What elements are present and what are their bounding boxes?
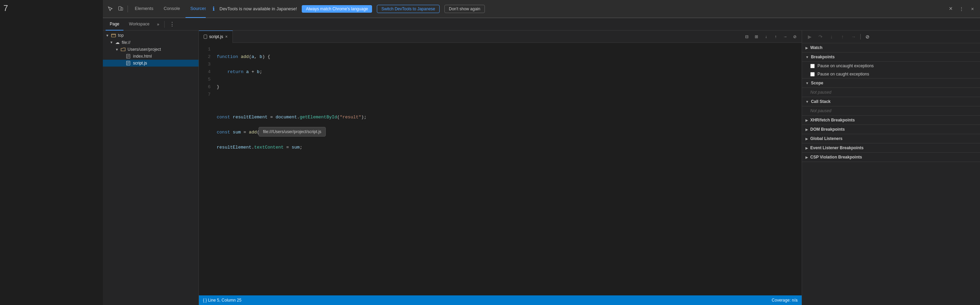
code-line-1: function add(a, b) { — [217, 53, 797, 61]
file-tree: ▼ top ▼ ☁ file:// — [103, 30, 199, 305]
breakpoints-section-header[interactable]: ▼ Breakpoints — [802, 53, 980, 62]
status-bar: { } Line 5, Column 25 Coverage: n/a — [199, 295, 802, 305]
sources-overflow-button[interactable]: ⋮ — [167, 20, 177, 28]
editor-tab-script-js[interactable]: script.js × — [199, 30, 233, 43]
file-path-tooltip: file:///Users/user/project/script.js — [259, 127, 326, 137]
sources-toolbar: Page Workspace » ⋮ — [103, 18, 980, 30]
tree-item-index-html[interactable]: index.html — [103, 53, 199, 60]
editor-step-out-button[interactable]: ↑ — [772, 33, 780, 41]
notification-message: DevTools is now available in Japanese! — [220, 6, 297, 11]
event-listener-breakpoints-title: Event Listener Breakpoints — [810, 145, 864, 150]
page-number: 7 — [3, 3, 8, 13]
tree-item-script-js[interactable]: script.js — [103, 60, 199, 67]
csp-arrow: ▶ — [805, 155, 808, 159]
editor-disable-breakpoints-button[interactable]: ⊘ — [791, 33, 799, 41]
tree-item-project-folder[interactable]: ▼ Users/user/project — [103, 46, 199, 53]
scope-section-header[interactable]: ▼ Scope — [802, 78, 980, 88]
close-devtools-button[interactable]: × — [968, 4, 977, 14]
sources-tab-workspace[interactable]: Workspace — [125, 18, 154, 30]
scope-section-title: Scope — [811, 81, 823, 85]
scope-section-arrow: ▼ — [805, 81, 809, 85]
pause-caught-checkbox[interactable] — [810, 72, 815, 77]
global-arrow: ▶ — [805, 137, 808, 141]
call-stack-section-header[interactable]: ▼ Call Stack — [802, 97, 980, 106]
pause-caught-label: Pause on caught exceptions — [818, 72, 869, 77]
tree-label-index-html: index.html — [133, 54, 152, 59]
scope-not-paused: Not paused — [802, 88, 980, 97]
code-area[interactable]: 1 2 3 4 5 6 7 function add(a, b) { retur… — [199, 43, 802, 295]
switch-to-japanese-button[interactable]: Switch DevTools to Japanese — [377, 5, 440, 13]
tree-item-file-protocol[interactable]: ▼ ☁ file:// — [103, 39, 199, 46]
svg-rect-1 — [121, 8, 123, 10]
tab-elements[interactable]: Elements — [130, 0, 158, 18]
step-over-button[interactable]: ↷ — [816, 33, 825, 41]
editor-step-into-button[interactable]: ↓ — [762, 33, 770, 41]
editor-tabs: script.js × ⊟ ⊞ ↓ ↑ → ⊘ — [199, 30, 802, 43]
dom-arrow: ▶ — [805, 128, 808, 131]
csp-breakpoints-header[interactable]: ▶ CSP Violation Breakpoints — [802, 153, 980, 162]
call-stack-arrow: ▼ — [805, 100, 809, 104]
code-line-2: return a + b; — [217, 68, 797, 76]
cloud-icon: ☁ — [115, 40, 120, 45]
watch-section-arrow: ▶ — [805, 46, 808, 50]
pause-caught-item[interactable]: Pause on caught exceptions — [802, 70, 980, 78]
csp-breakpoints-title: CSP Violation Breakpoints — [810, 155, 862, 160]
watch-section-title: Watch — [810, 45, 822, 50]
dont-show-again-button[interactable]: Don't show again — [444, 5, 485, 13]
pause-uncaught-checkbox[interactable] — [810, 64, 815, 68]
editor-continue-button[interactable]: → — [781, 33, 789, 41]
tree-item-top[interactable]: ▼ top — [103, 32, 199, 39]
step-button[interactable]: → — [850, 33, 858, 41]
sources-tab-page[interactable]: Page — [106, 18, 123, 30]
dom-breakpoints-title: DOM Breakpoints — [810, 127, 845, 132]
event-arrow: ▶ — [805, 146, 808, 150]
code-line-4 — [217, 99, 797, 106]
device-toolbar-button[interactable] — [116, 4, 126, 14]
tree-label-file-protocol: file:// — [122, 40, 130, 45]
svg-rect-5 — [204, 35, 207, 39]
svg-rect-0 — [119, 6, 121, 10]
tree-arrow-2: ▼ — [110, 40, 114, 44]
status-cursor-position: { } Line 5, Column 25 — [203, 298, 242, 303]
notification-close-button[interactable]: × — [949, 5, 953, 12]
global-listeners-title: Global Listeners — [810, 136, 843, 141]
xhr-breakpoints-header[interactable]: ▶ XHR/fetch Breakpoints — [802, 116, 980, 125]
breakpoints-section-content: Pause on uncaught exceptions Pause on ca… — [802, 62, 980, 78]
debugger-panel: ▶ ↷ ↓ ↑ → ⊘ ▶ Watch ▼ — [802, 30, 980, 305]
tree-label-script-js: script.js — [133, 61, 147, 65]
tree-label-project: Users/user/project — [127, 47, 161, 52]
code-line-5: const resultElement = document.getElemen… — [217, 113, 797, 121]
xhr-breakpoints-title: XHR/fetch Breakpoints — [810, 118, 855, 123]
split-editor-button[interactable]: ⊞ — [752, 33, 760, 41]
inspect-element-button[interactable] — [106, 4, 115, 14]
line-numbers: 1 2 3 4 5 6 7 — [199, 43, 213, 295]
pause-uncaught-item[interactable]: Pause on uncaught exceptions — [802, 62, 980, 70]
status-coverage: Coverage: n/a — [772, 298, 797, 303]
file-panel: ▼ top ▼ ☁ file:// — [103, 30, 199, 305]
editor-panel: script.js × ⊟ ⊞ ↓ ↑ → ⊘ — [199, 30, 802, 305]
editor-tab-label: script.js — [209, 34, 223, 39]
global-listeners-header[interactable]: ▶ Global Listeners — [802, 134, 980, 144]
call-stack-section-title: Call Stack — [811, 99, 830, 104]
resume-button[interactable]: ▶ — [805, 33, 814, 41]
deactivate-breakpoints-button[interactable]: ⊘ — [864, 33, 872, 41]
pause-uncaught-label: Pause on uncaught exceptions — [818, 64, 874, 68]
scope-section-content: Not paused — [802, 88, 980, 97]
step-into-button[interactable]: ↓ — [827, 33, 836, 41]
dom-breakpoints-header[interactable]: ▶ DOM Breakpoints — [802, 125, 980, 134]
breakpoints-section-arrow: ▼ — [805, 55, 809, 59]
svg-rect-2 — [111, 34, 116, 37]
code-content[interactable]: function add(a, b) { return a + b; } con… — [213, 43, 802, 295]
tree-arrow: ▼ — [106, 34, 110, 37]
tree-label-top: top — [118, 33, 124, 38]
step-out-button[interactable]: ↑ — [838, 33, 846, 41]
code-line-3: } — [217, 83, 797, 91]
code-line-7: resultElement.textContent = sum; — [217, 144, 797, 151]
watch-section-header[interactable]: ▶ Watch — [802, 43, 980, 53]
event-listener-breakpoints-header[interactable]: ▶ Event Listener Breakpoints — [802, 144, 980, 153]
collapse-editor-button[interactable]: ⊟ — [743, 33, 751, 41]
editor-tab-close[interactable]: × — [225, 34, 228, 39]
tab-console[interactable]: Console — [159, 0, 185, 18]
always-match-language-button[interactable]: Always match Chrome's language — [302, 5, 372, 13]
more-tabs-button[interactable]: » — [155, 21, 162, 27]
